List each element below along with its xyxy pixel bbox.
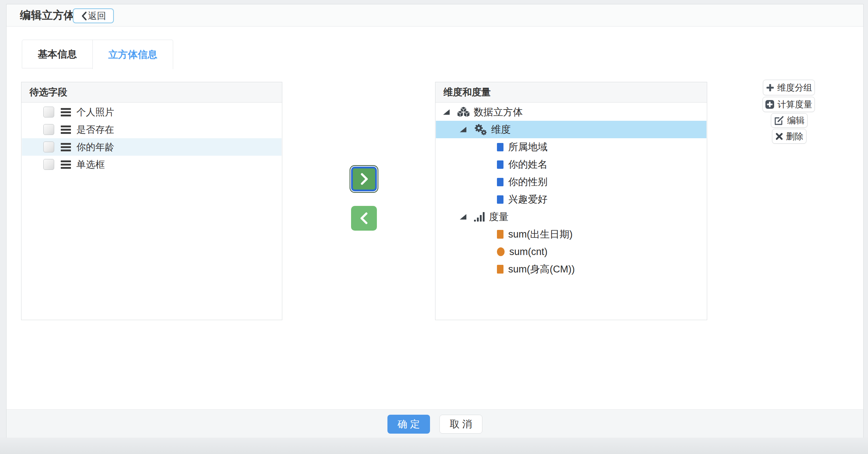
- dimension-group-button[interactable]: 维度分组: [763, 80, 815, 95]
- measure-marker-icon: [497, 230, 503, 239]
- action-button-label: 编辑: [787, 115, 805, 126]
- edit-icon: [774, 116, 784, 126]
- tree-node-label: 兴趣爱好: [508, 193, 548, 206]
- caret-expanded-icon[interactable]: [460, 214, 466, 220]
- dimensions-measures-panel: 维度和度量 数据立方体: [435, 82, 707, 320]
- cancel-button[interactable]: 取 消: [439, 415, 482, 434]
- action-button-label: 计算度量: [777, 99, 812, 110]
- bar-chart-icon: [474, 212, 485, 222]
- cubes-icon: [457, 106, 470, 118]
- tree-node-dimension[interactable]: 你的性别: [436, 173, 706, 191]
- back-button[interactable]: 返回: [73, 8, 114, 23]
- field-row[interactable]: 单选框: [22, 156, 282, 173]
- tree-node-label: sum(出生日期): [508, 228, 573, 241]
- tree-node-dimensions[interactable]: 维度: [436, 121, 706, 138]
- tree-node-dimension[interactable]: 兴趣爱好: [436, 191, 706, 208]
- tree-node-label: 度量: [489, 210, 509, 223]
- tree-node-label: 你的姓名: [508, 158, 548, 171]
- dimensions-measures-header: 维度和度量: [435, 82, 707, 103]
- checkbox[interactable]: [43, 107, 54, 118]
- back-button-label: 返回: [88, 10, 106, 22]
- dimension-marker-icon: [497, 195, 503, 204]
- field-label: 个人照片: [76, 106, 114, 119]
- action-button-label: 删除: [786, 131, 804, 142]
- dimension-marker-icon: [497, 178, 503, 186]
- tree-node-label: sum(身高(CM)): [508, 263, 575, 276]
- plus-square-icon: [765, 100, 775, 109]
- footer-bar: 确 定 取 消: [7, 409, 863, 438]
- checkbox[interactable]: [43, 159, 54, 170]
- chevron-right-icon: [359, 172, 369, 186]
- caret-expanded-icon[interactable]: [460, 127, 466, 132]
- calculated-measure-button[interactable]: 计算度量: [763, 97, 815, 112]
- field-row[interactable]: 是否存在: [22, 121, 282, 138]
- page-title: 编辑立方体: [20, 4, 75, 26]
- measure-marker-icon: [497, 247, 505, 256]
- field-row[interactable]: 你的年龄: [22, 138, 282, 156]
- measure-marker-icon: [497, 265, 503, 274]
- checkbox[interactable]: [43, 142, 54, 152]
- tree-node-data-cube[interactable]: 数据立方体: [436, 103, 706, 121]
- tree-node-measure[interactable]: sum(出生日期): [436, 226, 706, 243]
- field-label: 单选框: [76, 158, 105, 171]
- panel-title: 维度和度量: [443, 86, 491, 99]
- dimension-marker-icon: [497, 143, 503, 151]
- tree-node-dimension[interactable]: 所属地域: [436, 138, 706, 156]
- field-row[interactable]: 个人照片: [22, 103, 282, 121]
- tab-cube-info[interactable]: 立方体信息: [92, 40, 173, 69]
- edit-button[interactable]: 编辑: [771, 113, 808, 128]
- drag-handle-icon[interactable]: [61, 160, 71, 169]
- delete-button[interactable]: 删除: [772, 129, 807, 144]
- chevron-left-icon: [359, 212, 369, 225]
- tree-node-measure[interactable]: sum(cnt): [436, 243, 706, 260]
- tree-node-measure[interactable]: sum(身高(CM)): [436, 260, 706, 278]
- candidate-fields-header: 待选字段: [21, 82, 282, 103]
- cogs-icon: [474, 123, 487, 136]
- plus-icon: [766, 83, 775, 92]
- tree-node-dimension[interactable]: 你的姓名: [436, 156, 706, 173]
- move-right-button[interactable]: [351, 167, 377, 191]
- x-icon: [775, 132, 783, 140]
- checkbox[interactable]: [43, 124, 54, 135]
- tree-node-label: 所属地域: [508, 140, 548, 154]
- dimension-marker-icon: [497, 160, 503, 169]
- move-left-button[interactable]: [351, 206, 377, 231]
- chevron-left-icon: [81, 11, 87, 21]
- candidate-fields-panel: 待选字段 个人照片 是否存在 你的年龄 单选框: [21, 82, 282, 320]
- card-header: 编辑立方体 返回: [7, 4, 863, 27]
- field-label: 是否存在: [76, 123, 114, 136]
- tab-label: 基本信息: [38, 48, 77, 61]
- drag-handle-icon[interactable]: [61, 143, 71, 151]
- field-label: 你的年龄: [76, 141, 114, 154]
- tree-node-label: 你的性别: [508, 175, 548, 188]
- tab-basic-info[interactable]: 基本信息: [22, 40, 93, 68]
- drag-handle-icon[interactable]: [61, 108, 71, 116]
- caret-expanded-icon[interactable]: [443, 109, 450, 115]
- tree-node-label: 维度: [491, 123, 511, 136]
- tree-node-label: 数据立方体: [474, 105, 523, 119]
- ok-button[interactable]: 确 定: [387, 415, 430, 434]
- tree-node-measures[interactable]: 度量: [436, 208, 706, 226]
- drag-handle-icon[interactable]: [61, 126, 71, 134]
- tree-node-label: sum(cnt): [509, 246, 548, 258]
- tab-label: 立方体信息: [108, 48, 158, 61]
- action-button-label: 维度分组: [777, 82, 812, 93]
- panel-title: 待选字段: [29, 86, 67, 99]
